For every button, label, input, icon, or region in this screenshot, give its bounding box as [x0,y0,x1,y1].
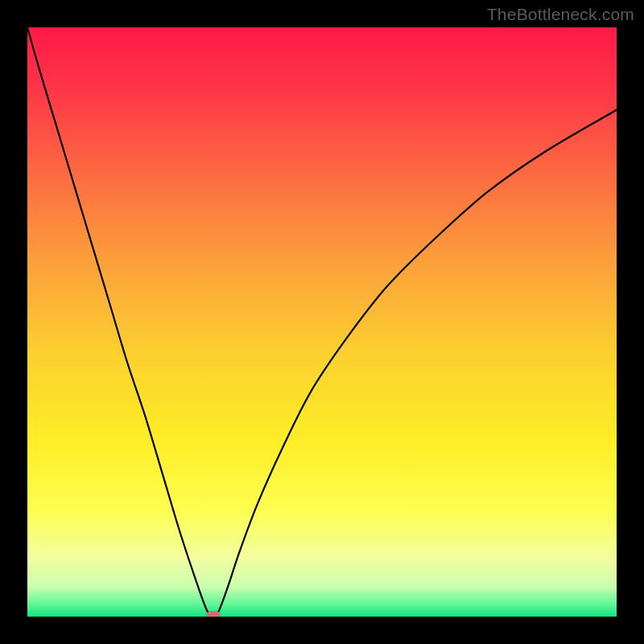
plot-area [27,27,617,617]
watermark-text: TheBottleneck.com [487,5,634,24]
chart-frame: TheBottleneck.com [0,0,644,644]
optimal-point-marker [206,611,221,617]
bottleneck-curve [27,27,617,617]
